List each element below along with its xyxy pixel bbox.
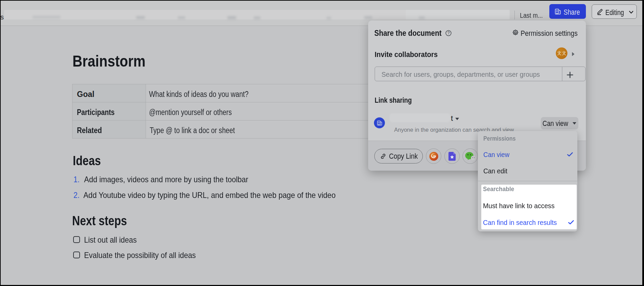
- svg-text:?: ?: [447, 31, 450, 35]
